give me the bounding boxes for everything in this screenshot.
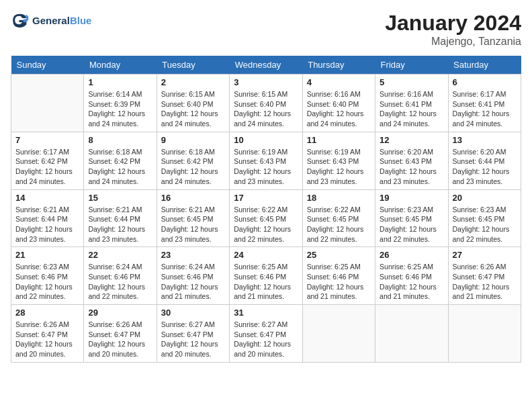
calendar-cell: 28Sunrise: 6:26 AMSunset: 6:47 PMDayligh…: [11, 305, 84, 363]
calendar-cell: 2Sunrise: 6:15 AMSunset: 6:40 PMDaylight…: [157, 75, 229, 132]
day-info: Sunrise: 6:18 AMSunset: 6:42 PMDaylight:…: [88, 147, 152, 187]
day-info: Sunrise: 6:22 AMSunset: 6:45 PMDaylight:…: [234, 205, 298, 244]
calendar-cell: 3Sunrise: 6:15 AMSunset: 6:40 PMDaylight…: [230, 75, 302, 132]
day-number: 13: [453, 135, 517, 145]
day-info: Sunrise: 6:23 AMSunset: 6:46 PMDaylight:…: [15, 262, 79, 302]
calendar-week-3: 21Sunrise: 6:23 AMSunset: 6:46 PMDayligh…: [11, 247, 521, 305]
calendar-cell: 21Sunrise: 6:23 AMSunset: 6:46 PMDayligh…: [11, 247, 84, 305]
logo: GeneralBlue: [11, 11, 91, 30]
day-info: Sunrise: 6:18 AMSunset: 6:42 PMDaylight:…: [161, 147, 225, 187]
calendar-cell: 19Sunrise: 6:23 AMSunset: 6:45 PMDayligh…: [375, 189, 448, 247]
day-info: Sunrise: 6:14 AMSunset: 6:39 PMDaylight:…: [88, 89, 152, 129]
day-number: 31: [234, 308, 298, 318]
calendar-cell: 22Sunrise: 6:24 AMSunset: 6:46 PMDayligh…: [84, 247, 157, 305]
day-number: 26: [380, 250, 443, 260]
day-info: Sunrise: 6:23 AMSunset: 6:45 PMDaylight:…: [380, 205, 443, 244]
day-number: 30: [161, 308, 225, 318]
days-header-row: Sunday Monday Tuesday Wednesday Thursday…: [11, 56, 521, 75]
logo-text: GeneralBlue: [32, 15, 91, 26]
calendar-week-2: 14Sunrise: 6:21 AMSunset: 6:44 PMDayligh…: [11, 189, 521, 247]
day-number: 18: [307, 193, 371, 203]
day-number: 22: [88, 250, 152, 260]
calendar-cell: 8Sunrise: 6:18 AMSunset: 6:42 PMDaylight…: [84, 132, 157, 189]
day-info: Sunrise: 6:21 AMSunset: 6:45 PMDaylight:…: [161, 205, 225, 244]
calendar-cell: 15Sunrise: 6:21 AMSunset: 6:44 PMDayligh…: [84, 189, 157, 247]
day-info: Sunrise: 6:27 AMSunset: 6:47 PMDaylight:…: [234, 320, 298, 359]
day-info: Sunrise: 6:25 AMSunset: 6:46 PMDaylight:…: [307, 262, 371, 302]
calendar-cell: 18Sunrise: 6:22 AMSunset: 6:45 PMDayligh…: [302, 189, 375, 247]
day-info: Sunrise: 6:27 AMSunset: 6:47 PMDaylight:…: [161, 320, 225, 359]
day-number: 16: [161, 193, 225, 203]
calendar-cell: 16Sunrise: 6:21 AMSunset: 6:45 PMDayligh…: [157, 189, 229, 247]
day-number: 14: [15, 193, 79, 203]
day-number: 8: [88, 135, 152, 145]
header-thursday: Thursday: [302, 56, 375, 75]
calendar-cell: [375, 305, 448, 363]
day-number: 21: [15, 250, 79, 260]
day-number: 4: [307, 77, 371, 87]
calendar-cell: 13Sunrise: 6:20 AMSunset: 6:44 PMDayligh…: [448, 132, 521, 189]
day-number: 10: [234, 135, 298, 145]
day-number: 7: [15, 135, 79, 145]
calendar-cell: 9Sunrise: 6:18 AMSunset: 6:42 PMDaylight…: [157, 132, 229, 189]
calendar-cell: 29Sunrise: 6:26 AMSunset: 6:47 PMDayligh…: [84, 305, 157, 363]
calendar-cell: 26Sunrise: 6:25 AMSunset: 6:46 PMDayligh…: [375, 247, 448, 305]
day-info: Sunrise: 6:20 AMSunset: 6:43 PMDaylight:…: [380, 147, 443, 187]
day-number: 11: [307, 135, 371, 145]
header-wednesday: Wednesday: [230, 56, 302, 75]
header-sunday: Sunday: [11, 56, 84, 75]
day-info: Sunrise: 6:25 AMSunset: 6:46 PMDaylight:…: [380, 262, 443, 302]
day-info: Sunrise: 6:23 AMSunset: 6:45 PMDaylight:…: [453, 205, 517, 244]
day-info: Sunrise: 6:15 AMSunset: 6:40 PMDaylight:…: [234, 89, 298, 129]
calendar-cell: [448, 305, 521, 363]
calendar-cell: 20Sunrise: 6:23 AMSunset: 6:45 PMDayligh…: [448, 189, 521, 247]
header-saturday: Saturday: [448, 56, 521, 75]
calendar-cell: 17Sunrise: 6:22 AMSunset: 6:45 PMDayligh…: [230, 189, 302, 247]
title-block: January 2024 Majengo, Tanzania: [385, 11, 521, 48]
header-monday: Monday: [84, 56, 157, 75]
day-number: 3: [234, 77, 298, 87]
calendar-cell: 31Sunrise: 6:27 AMSunset: 6:47 PMDayligh…: [230, 305, 302, 363]
day-number: 20: [453, 193, 517, 203]
day-number: 28: [15, 308, 79, 318]
calendar-cell: 5Sunrise: 6:16 AMSunset: 6:41 PMDaylight…: [375, 75, 448, 132]
page-header: GeneralBlue January 2024 Majengo, Tanzan…: [11, 11, 521, 48]
day-number: 5: [380, 77, 443, 87]
day-info: Sunrise: 6:17 AMSunset: 6:41 PMDaylight:…: [453, 89, 517, 129]
day-info: Sunrise: 6:19 AMSunset: 6:43 PMDaylight:…: [307, 147, 371, 187]
logo-icon: [11, 11, 30, 30]
day-number: 19: [380, 193, 443, 203]
calendar-table: Sunday Monday Tuesday Wednesday Thursday…: [11, 56, 521, 363]
calendar-cell: 1Sunrise: 6:14 AMSunset: 6:39 PMDaylight…: [84, 75, 157, 132]
day-number: 15: [88, 193, 152, 203]
calendar-week-4: 28Sunrise: 6:26 AMSunset: 6:47 PMDayligh…: [11, 305, 521, 363]
day-number: 27: [453, 250, 517, 260]
day-number: 12: [380, 135, 443, 145]
calendar-cell: 4Sunrise: 6:16 AMSunset: 6:40 PMDaylight…: [302, 75, 375, 132]
day-info: Sunrise: 6:20 AMSunset: 6:44 PMDaylight:…: [453, 147, 517, 187]
calendar-cell: 14Sunrise: 6:21 AMSunset: 6:44 PMDayligh…: [11, 189, 84, 247]
day-info: Sunrise: 6:19 AMSunset: 6:43 PMDaylight:…: [234, 147, 298, 187]
calendar-week-0: 1Sunrise: 6:14 AMSunset: 6:39 PMDaylight…: [11, 75, 521, 132]
day-number: 6: [453, 77, 517, 87]
calendar-cell: 11Sunrise: 6:19 AMSunset: 6:43 PMDayligh…: [302, 132, 375, 189]
day-info: Sunrise: 6:26 AMSunset: 6:47 PMDaylight:…: [453, 262, 517, 302]
day-number: 17: [234, 193, 298, 203]
day-info: Sunrise: 6:24 AMSunset: 6:46 PMDaylight:…: [161, 262, 225, 302]
calendar-cell: 27Sunrise: 6:26 AMSunset: 6:47 PMDayligh…: [448, 247, 521, 305]
calendar-cell: 12Sunrise: 6:20 AMSunset: 6:43 PMDayligh…: [375, 132, 448, 189]
calendar-cell: 24Sunrise: 6:25 AMSunset: 6:46 PMDayligh…: [230, 247, 302, 305]
day-info: Sunrise: 6:24 AMSunset: 6:46 PMDaylight:…: [88, 262, 152, 302]
calendar-week-1: 7Sunrise: 6:17 AMSunset: 6:42 PMDaylight…: [11, 132, 521, 189]
calendar-cell: 25Sunrise: 6:25 AMSunset: 6:46 PMDayligh…: [302, 247, 375, 305]
day-info: Sunrise: 6:21 AMSunset: 6:44 PMDaylight:…: [15, 205, 79, 244]
day-number: 9: [161, 135, 225, 145]
header-tuesday: Tuesday: [157, 56, 229, 75]
day-info: Sunrise: 6:26 AMSunset: 6:47 PMDaylight:…: [88, 320, 152, 359]
calendar-cell: 10Sunrise: 6:19 AMSunset: 6:43 PMDayligh…: [230, 132, 302, 189]
day-number: 29: [88, 308, 152, 318]
day-info: Sunrise: 6:22 AMSunset: 6:45 PMDaylight:…: [307, 205, 371, 244]
day-info: Sunrise: 6:15 AMSunset: 6:40 PMDaylight:…: [161, 89, 225, 129]
day-info: Sunrise: 6:26 AMSunset: 6:47 PMDaylight:…: [15, 320, 79, 359]
day-info: Sunrise: 6:16 AMSunset: 6:40 PMDaylight:…: [307, 89, 371, 129]
